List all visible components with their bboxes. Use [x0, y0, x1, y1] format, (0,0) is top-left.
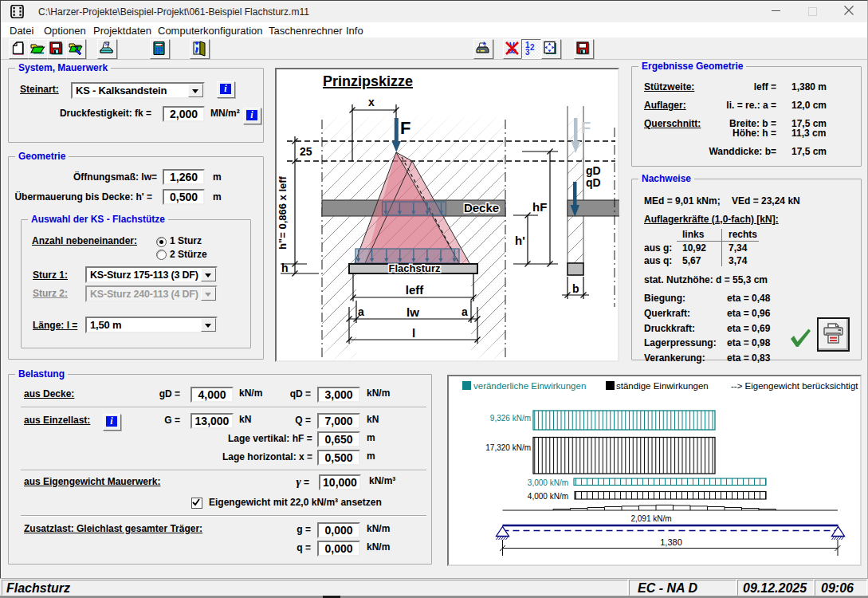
svg-text:2: 2: [530, 43, 535, 52]
svg-text:Flachsturz: Flachsturz: [388, 262, 441, 274]
svg-text:qD: qD: [586, 176, 601, 189]
svg-text:b: b: [572, 282, 579, 295]
svg-text:l: l: [412, 326, 415, 340]
svg-text:x: x: [368, 96, 375, 108]
svg-text:Decke: Decke: [464, 201, 499, 214]
svg-text:--> Eigengewicht berücksichtig: --> Eigengewicht berücksichtigt: [731, 381, 858, 391]
svg-text:25: 25: [300, 145, 312, 158]
svg-text:veränderliche Einwirkungen: veränderliche Einwirkungen: [473, 381, 586, 391]
svg-text:leff: leff: [406, 283, 425, 297]
svg-text:4,000 kN/m: 4,000 kN/m: [528, 492, 568, 501]
svg-text:gD: gD: [586, 164, 601, 177]
svg-text:2,091 kN/m: 2,091 kN/m: [630, 514, 671, 523]
svg-text:Prinzipskizze: Prinzipskizze: [323, 73, 413, 89]
svg-text:3,000 kN/m: 3,000 kN/m: [528, 478, 568, 487]
svg-text:F: F: [400, 118, 410, 138]
svg-text:a: a: [461, 305, 468, 318]
svg-text:9,326 kN/m: 9,326 kN/m: [490, 414, 531, 423]
svg-text:h"= 0,866 x leff: h"= 0,866 x leff: [277, 175, 289, 249]
svg-text:1,380: 1,380: [660, 537, 682, 547]
svg-text:h': h': [515, 234, 525, 247]
svg-text:h: h: [281, 262, 289, 274]
svg-text:F: F: [581, 119, 591, 136]
svg-text:lw: lw: [407, 305, 419, 319]
svg-text:a: a: [358, 305, 364, 318]
svg-text:3: 3: [525, 48, 530, 57]
svg-text:ständige Einwirkungen: ständige Einwirkungen: [616, 381, 709, 391]
svg-text:17,320 kN/m: 17,320 kN/m: [485, 443, 531, 452]
svg-text:hF: hF: [532, 200, 547, 214]
